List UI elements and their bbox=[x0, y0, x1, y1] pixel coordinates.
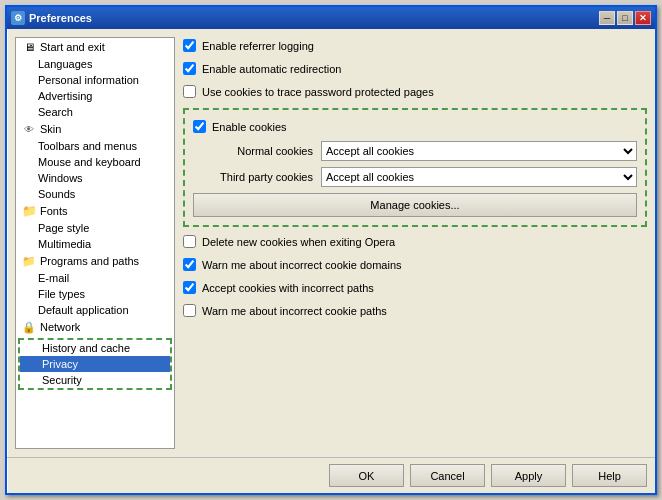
window-icon: ⚙ bbox=[11, 11, 25, 25]
referrer-row: Enable referrer logging bbox=[183, 37, 647, 54]
close-button[interactable]: ✕ bbox=[635, 11, 651, 25]
cookies-section: Enable cookies Normal cookies Accept all… bbox=[183, 108, 647, 227]
warn-domains-row: Warn me about incorrect cookie domains bbox=[183, 256, 647, 273]
sidebar-item-file-types[interactable]: File types bbox=[16, 286, 174, 302]
trace-password-row: Use cookies to trace password protected … bbox=[183, 83, 647, 100]
sidebar-item-default-app[interactable]: Default application bbox=[16, 302, 174, 318]
cancel-button[interactable]: Cancel bbox=[410, 464, 485, 487]
accept-incorrect-label: Accept cookies with incorrect paths bbox=[202, 282, 374, 294]
sidebar-item-personal-info[interactable]: Personal information bbox=[16, 72, 174, 88]
folder-blue-icon: 📁 bbox=[22, 254, 36, 268]
sidebar-item-email[interactable]: E-mail bbox=[16, 270, 174, 286]
folder-icon: 📁 bbox=[22, 204, 36, 218]
accept-incorrect-row: Accept cookies with incorrect paths bbox=[183, 279, 647, 296]
delete-cookies-checkbox[interactable] bbox=[183, 235, 196, 248]
warn-domains-label: Warn me about incorrect cookie domains bbox=[202, 259, 402, 271]
sidebar-item-search[interactable]: Search bbox=[16, 104, 174, 120]
sidebar-item-multimedia[interactable]: Multimedia bbox=[16, 236, 174, 252]
sidebar-item-security[interactable]: Security bbox=[20, 372, 170, 388]
delete-cookies-label: Delete new cookies when exiting Opera bbox=[202, 236, 395, 248]
sidebar-item-programs[interactable]: 📁 Programs and paths bbox=[16, 252, 174, 270]
title-bar-text: ⚙ Preferences bbox=[11, 11, 92, 25]
enable-cookies-row: Enable cookies bbox=[193, 118, 637, 135]
apply-button[interactable]: Apply bbox=[491, 464, 566, 487]
bottom-buttons: OK Cancel Apply Help bbox=[7, 457, 655, 493]
sidebar-item-sounds[interactable]: Sounds bbox=[16, 186, 174, 202]
third-party-cookies-select[interactable]: Accept all cookies Never accept cookies … bbox=[321, 167, 637, 187]
sidebar-item-mouse-keyboard[interactable]: Mouse and keyboard bbox=[16, 154, 174, 170]
normal-cookies-select[interactable]: Accept all cookies Never accept cookies … bbox=[321, 141, 637, 161]
third-party-cookies-label: Third party cookies bbox=[193, 171, 313, 183]
warn-paths-row: Warn me about incorrect cookie paths bbox=[183, 302, 647, 319]
help-button[interactable]: Help bbox=[572, 464, 647, 487]
sidebar-item-advertising[interactable]: Advertising bbox=[16, 88, 174, 104]
referrer-label: Enable referrer logging bbox=[202, 40, 314, 52]
sidebar-item-page-style[interactable]: Page style bbox=[16, 220, 174, 236]
minimize-button[interactable]: ─ bbox=[599, 11, 615, 25]
sidebar-item-privacy[interactable]: Privacy bbox=[20, 356, 170, 372]
window-title: Preferences bbox=[29, 12, 92, 24]
sidebar-item-windows[interactable]: Windows bbox=[16, 170, 174, 186]
sidebar-item-fonts[interactable]: 📁 Fonts bbox=[16, 202, 174, 220]
warn-paths-checkbox[interactable] bbox=[183, 304, 196, 317]
third-party-cookies-row: Third party cookies Accept all cookies N… bbox=[193, 167, 637, 187]
maximize-button[interactable]: □ bbox=[617, 11, 633, 25]
referrer-checkbox[interactable] bbox=[183, 39, 196, 52]
sidebar-item-history-cache[interactable]: History and cache bbox=[20, 340, 170, 356]
trace-password-checkbox[interactable] bbox=[183, 85, 196, 98]
redirection-checkbox[interactable] bbox=[183, 62, 196, 75]
accept-incorrect-checkbox[interactable] bbox=[183, 281, 196, 294]
delete-cookies-row: Delete new cookies when exiting Opera bbox=[183, 233, 647, 250]
monitor-icon: 🖥 bbox=[22, 40, 36, 54]
trace-password-label: Use cookies to trace password protected … bbox=[202, 86, 434, 98]
sidebar-item-skin[interactable]: 👁 Skin bbox=[16, 120, 174, 138]
normal-cookies-label: Normal cookies bbox=[193, 145, 313, 157]
normal-cookies-row: Normal cookies Accept all cookies Never … bbox=[193, 141, 637, 161]
content-area: 🖥 Start and exit Languages Personal info… bbox=[7, 29, 655, 457]
enable-cookies-checkbox[interactable] bbox=[193, 120, 206, 133]
redirection-label: Enable automatic redirection bbox=[202, 63, 341, 75]
warn-paths-label: Warn me about incorrect cookie paths bbox=[202, 305, 387, 317]
preferences-window: ⚙ Preferences ─ □ ✕ 🖥 Start and exit Lan… bbox=[5, 5, 657, 495]
warn-domains-checkbox[interactable] bbox=[183, 258, 196, 271]
sidebar-item-toolbars[interactable]: Toolbars and menus bbox=[16, 138, 174, 154]
lock-icon: 🔒 bbox=[22, 320, 36, 334]
privacy-group-box: History and cache Privacy Security bbox=[18, 338, 172, 390]
title-buttons: ─ □ ✕ bbox=[599, 11, 651, 25]
sidebar-item-start-exit[interactable]: 🖥 Start and exit bbox=[16, 38, 174, 56]
sidebar: 🖥 Start and exit Languages Personal info… bbox=[15, 37, 175, 449]
enable-cookies-label: Enable cookies bbox=[212, 121, 287, 133]
main-panel: Enable referrer logging Enable automatic… bbox=[183, 37, 647, 449]
title-bar: ⚙ Preferences ─ □ ✕ bbox=[7, 7, 655, 29]
manage-cookies-button[interactable]: Manage cookies... bbox=[193, 193, 637, 217]
sidebar-item-languages[interactable]: Languages bbox=[16, 56, 174, 72]
sidebar-item-network[interactable]: 🔒 Network bbox=[16, 318, 174, 336]
redirection-row: Enable automatic redirection bbox=[183, 60, 647, 77]
eye-icon: 👁 bbox=[22, 122, 36, 136]
ok-button[interactable]: OK bbox=[329, 464, 404, 487]
